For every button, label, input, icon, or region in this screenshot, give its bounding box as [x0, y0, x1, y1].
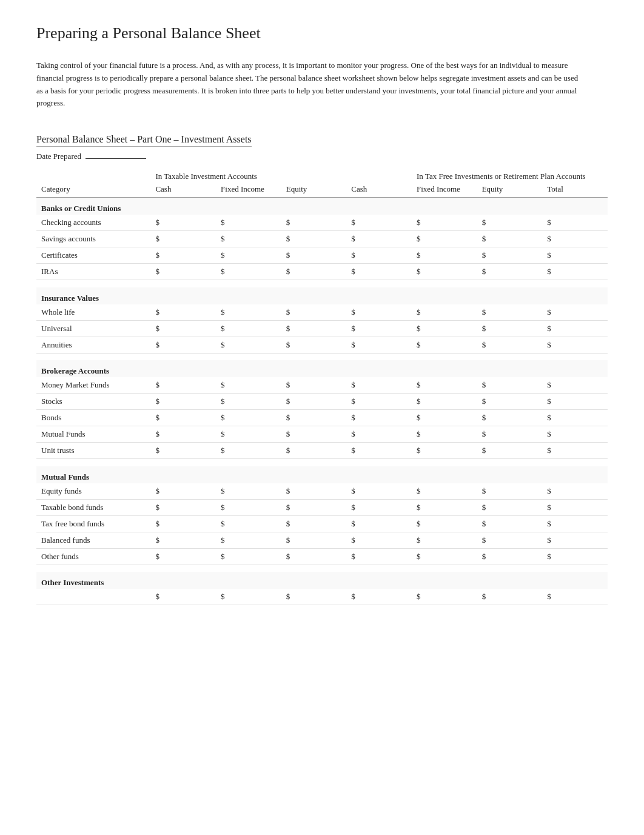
money-cell[interactable]: $	[216, 247, 281, 264]
money-cell[interactable]: $	[346, 337, 412, 353]
money-cell[interactable]: $	[412, 337, 477, 353]
money-cell[interactable]: $	[477, 247, 543, 264]
money-cell[interactable]: $	[542, 231, 608, 247]
money-cell[interactable]: $	[150, 483, 216, 500]
money-cell[interactable]: $	[412, 304, 477, 321]
money-cell[interactable]: $	[281, 377, 347, 394]
money-cell[interactable]: $	[281, 443, 347, 459]
money-cell[interactable]: $	[477, 499, 543, 515]
money-cell[interactable]: $	[216, 499, 281, 515]
money-cell[interactable]: $	[477, 320, 543, 337]
money-cell[interactable]: $	[281, 589, 347, 605]
money-cell[interactable]: $	[216, 515, 281, 532]
money-cell[interactable]: $	[412, 264, 477, 280]
money-cell[interactable]: $	[216, 548, 281, 565]
money-cell[interactable]: $	[216, 264, 281, 280]
money-cell[interactable]: $	[346, 215, 412, 231]
money-cell[interactable]: $	[150, 410, 216, 426]
money-cell[interactable]: $	[346, 515, 412, 532]
money-cell[interactable]: $	[346, 264, 412, 280]
money-cell[interactable]: $	[542, 443, 608, 459]
money-cell[interactable]: $	[216, 304, 281, 321]
money-cell[interactable]: $	[150, 426, 216, 443]
money-cell[interactable]: $	[281, 320, 347, 337]
money-cell[interactable]: $	[346, 394, 412, 410]
money-cell[interactable]: $	[216, 377, 281, 394]
money-cell[interactable]: $	[412, 215, 477, 231]
money-cell[interactable]: $	[477, 410, 543, 426]
money-cell[interactable]: $	[542, 247, 608, 264]
money-cell[interactable]: $	[150, 231, 216, 247]
money-cell[interactable]: $	[346, 231, 412, 247]
money-cell[interactable]: $	[542, 548, 608, 565]
money-cell[interactable]: $	[542, 337, 608, 353]
money-cell[interactable]: $	[216, 337, 281, 353]
money-cell[interactable]: $	[477, 231, 543, 247]
money-cell[interactable]: $	[412, 515, 477, 532]
category-cell[interactable]	[36, 589, 150, 605]
money-cell[interactable]: $	[281, 515, 347, 532]
money-cell[interactable]: $	[412, 410, 477, 426]
money-cell[interactable]: $	[216, 426, 281, 443]
money-cell[interactable]: $	[216, 394, 281, 410]
money-cell[interactable]: $	[542, 499, 608, 515]
money-cell[interactable]: $	[150, 443, 216, 459]
money-cell[interactable]: $	[150, 394, 216, 410]
money-cell[interactable]: $	[150, 589, 216, 605]
money-cell[interactable]: $	[542, 426, 608, 443]
money-cell[interactable]: $	[412, 426, 477, 443]
money-cell[interactable]: $	[346, 443, 412, 459]
money-cell[interactable]: $	[281, 548, 347, 565]
money-cell[interactable]: $	[412, 320, 477, 337]
money-cell[interactable]: $	[346, 377, 412, 394]
money-cell[interactable]: $	[150, 215, 216, 231]
money-cell[interactable]: $	[477, 426, 543, 443]
money-cell[interactable]: $	[542, 215, 608, 231]
money-cell[interactable]: $	[346, 320, 412, 337]
money-cell[interactable]: $	[542, 589, 608, 605]
money-cell[interactable]: $	[281, 231, 347, 247]
money-cell[interactable]: $	[477, 515, 543, 532]
money-cell[interactable]: $	[542, 410, 608, 426]
money-cell[interactable]: $	[281, 304, 347, 321]
money-cell[interactable]: $	[150, 320, 216, 337]
money-cell[interactable]: $	[281, 394, 347, 410]
money-cell[interactable]: $	[150, 304, 216, 321]
money-cell[interactable]: $	[281, 215, 347, 231]
money-cell[interactable]: $	[477, 394, 543, 410]
money-cell[interactable]: $	[216, 231, 281, 247]
date-blank[interactable]	[86, 158, 146, 159]
money-cell[interactable]: $	[412, 483, 477, 500]
money-cell[interactable]: $	[542, 304, 608, 321]
money-cell[interactable]: $	[477, 443, 543, 459]
money-cell[interactable]: $	[281, 532, 347, 548]
money-cell[interactable]: $	[281, 499, 347, 515]
money-cell[interactable]: $	[412, 231, 477, 247]
money-cell[interactable]: $	[412, 443, 477, 459]
money-cell[interactable]: $	[150, 377, 216, 394]
money-cell[interactable]: $	[412, 377, 477, 394]
money-cell[interactable]: $	[542, 483, 608, 500]
money-cell[interactable]: $	[542, 264, 608, 280]
money-cell[interactable]: $	[477, 483, 543, 500]
money-cell[interactable]: $	[281, 337, 347, 353]
money-cell[interactable]: $	[346, 410, 412, 426]
money-cell[interactable]: $	[542, 394, 608, 410]
money-cell[interactable]: $	[150, 532, 216, 548]
money-cell[interactable]: $	[542, 377, 608, 394]
money-cell[interactable]: $	[346, 304, 412, 321]
money-cell[interactable]: $	[346, 548, 412, 565]
money-cell[interactable]: $	[412, 532, 477, 548]
money-cell[interactable]: $	[150, 337, 216, 353]
money-cell[interactable]: $	[477, 215, 543, 231]
money-cell[interactable]: $	[412, 499, 477, 515]
money-cell[interactable]: $	[412, 548, 477, 565]
money-cell[interactable]: $	[216, 443, 281, 459]
money-cell[interactable]: $	[150, 548, 216, 565]
money-cell[interactable]: $	[216, 532, 281, 548]
money-cell[interactable]: $	[477, 532, 543, 548]
money-cell[interactable]: $	[412, 247, 477, 264]
money-cell[interactable]: $	[542, 532, 608, 548]
money-cell[interactable]: $	[477, 264, 543, 280]
money-cell[interactable]: $	[346, 483, 412, 500]
